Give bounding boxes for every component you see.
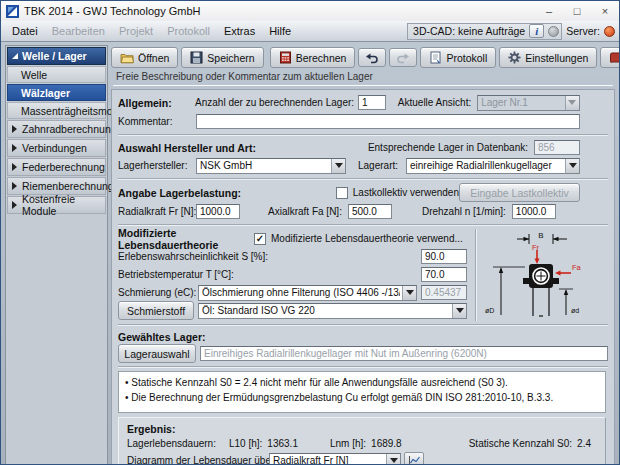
bearing-select-button[interactable]: Lagerauswahl (118, 344, 196, 363)
sidebar-group-federberechnung[interactable]: Federberechnung (7, 158, 106, 176)
sidebar-group-label: Zahnradberechnung (22, 123, 117, 135)
open-label: Öffnen (138, 52, 169, 64)
life-diagram-select-value: Radialkraft Fr [N] (273, 455, 384, 465)
force-fa-label: Fa (572, 263, 582, 272)
help-button[interactable]: Hilfe (600, 47, 620, 68)
menu-extras[interactable]: Extras (217, 23, 262, 39)
chevron-down-icon (386, 454, 400, 465)
free-description-field[interactable]: Freie Beschreibung oder Kommentar zum ak… (113, 71, 613, 86)
survival-input[interactable]: 90.0 (421, 249, 467, 264)
protocol-button[interactable]: Protokoll (420, 47, 496, 68)
sidebar-group-label: Federberechnung (22, 161, 105, 173)
load-collective-checkbox[interactable] (336, 187, 348, 199)
chevron-down-icon (452, 304, 466, 318)
sidebar-group-kostenfreie-module[interactable]: Kostenfreie Module (7, 196, 106, 214)
dim-outer-diameter-label: øD (485, 307, 494, 314)
cad-status-dot (548, 26, 559, 37)
sidebar-group-label: Riemenberechnung (22, 180, 114, 192)
sidebar-item-label: Welle (21, 69, 47, 81)
modlife-checkbox[interactable]: ✓ (254, 233, 266, 245)
redo-button[interactable] (389, 48, 417, 67)
fa-input[interactable]: 500.0 (348, 204, 392, 219)
menu-datei[interactable]: Datei (5, 23, 45, 39)
fr-input[interactable]: 1000.0 (196, 204, 240, 219)
dim-inner-diameter-label: ød (571, 307, 579, 314)
modified-life-section: Modifizierte Lebensdauertheorie ✓ Modifi… (118, 229, 608, 321)
app-window: TBK 2014 - GWJ Technology GmbH – □ × Dat… (0, 0, 620, 465)
module-sidebar: Welle / Lager Welle Wälzlager Massenträg… (5, 45, 108, 465)
menu-bearbeiten: Bearbeiten (45, 23, 112, 39)
menu-bar: Datei Bearbeiten Projekt Protokoll Extra… (1, 21, 619, 42)
section-separator (118, 134, 608, 136)
section-title-gewaehltes-lager: Gewähltes Lager: (118, 331, 206, 343)
maker-select-value: NSK GmbH (200, 160, 329, 171)
server-status-dot (604, 26, 615, 37)
db-label: Entsprechende Lager in Datenbank: (368, 142, 528, 153)
temperature-input[interactable]: 70.0 (421, 267, 467, 282)
show-diagram-button[interactable] (404, 452, 424, 465)
redo-icon (396, 52, 410, 64)
server-label: Server: (566, 25, 600, 37)
sidebar-item-welle[interactable]: Welle (7, 66, 106, 83)
note-line: • Die Berechnung der Ermüdungsgrenzbelas… (125, 390, 599, 405)
force-fr-label: Fr (532, 243, 540, 252)
bearing-select-button-label: Lagerauswahl (124, 348, 189, 360)
ec-value-field: 0.45437 (421, 285, 467, 300)
sidebar-item-massentraegheitsmoment[interactable]: Massenträgheitsmoment (7, 102, 106, 119)
lubrication-label: Schmierung (eC): (118, 287, 198, 298)
comment-input[interactable] (196, 114, 580, 129)
temperature-label: Betriebstemperatur T [°C]: (118, 269, 421, 280)
count-input[interactable]: 1 (358, 95, 386, 110)
db-count-field: 856 (534, 140, 580, 155)
collapsed-triangle-icon (12, 182, 17, 190)
calculate-label: Berechnen (296, 52, 347, 64)
info-icon[interactable]: i (529, 24, 544, 38)
l10-label: L10 [h]: (229, 438, 262, 449)
protocol-label: Protokoll (446, 52, 487, 64)
open-button[interactable]: Öffnen (111, 47, 178, 68)
cad-status-field: 3D-CAD: keine Aufträge i (407, 23, 562, 40)
lnm-value: 1689.8 (371, 438, 402, 449)
maker-label: Lagerhersteller: (118, 160, 196, 171)
results-panel: Ergebnis: Lagerlebensdauern: L10 [h]: 13… (118, 417, 606, 465)
view-label: Aktuelle Ansicht: (398, 97, 471, 108)
load-collective-label: Lastkollektiv verwenden (353, 187, 459, 198)
lubrication-select[interactable]: Ölschmierung ohne Filterung (ISO 4406 -/… (198, 285, 417, 301)
gear-icon (508, 51, 521, 64)
bearing-diagram: B Fr (479, 229, 605, 321)
settings-label: Einstellungen (525, 52, 588, 64)
type-select[interactable]: einreihige Radialrillenkugellager (406, 158, 580, 174)
maker-select[interactable]: NSK GmbH (196, 158, 346, 174)
document-icon (429, 51, 442, 64)
type-select-value: einreihige Radialrillenkugellager (410, 160, 563, 171)
sidebar-group-verbindungen[interactable]: Verbindungen (7, 139, 106, 157)
lubricant-select[interactable]: Öl: Standard ISO VG 220 (198, 303, 467, 319)
sidebar-item-waelzlager[interactable]: Wälzlager (7, 84, 106, 101)
maximize-button[interactable]: □ (563, 1, 591, 21)
comment-label: Kommentar: (118, 116, 196, 127)
settings-button[interactable]: Einstellungen (499, 47, 597, 68)
undo-button[interactable] (358, 48, 386, 67)
lubricant-button[interactable]: Schmierstoff (118, 301, 194, 320)
sidebar-item-label: Wälzlager (21, 87, 70, 99)
minimize-button[interactable]: – (535, 1, 563, 21)
life-diagram-select[interactable]: Radialkraft Fr [N] (269, 453, 401, 465)
l10-value: 1363.1 (267, 438, 298, 449)
app-logo-icon (6, 5, 19, 18)
survival-label: Erlebenswahrscheinlichkeit S [%]: (118, 251, 421, 262)
section-title-modlife: Modifizierte Lebensdauertheorie (118, 227, 254, 251)
lnm-label: Lnm [h]: (330, 438, 366, 449)
save-button[interactable]: Speichern (181, 47, 263, 68)
title-bar: TBK 2014 - GWJ Technology GmbH – □ × (1, 1, 619, 21)
chevron-down-icon (565, 159, 579, 173)
close-button[interactable]: × (591, 1, 619, 21)
selected-bearing-field: Einreihiges Radialrillenkugellager mit N… (200, 346, 608, 361)
calculate-button[interactable]: Berechnen (270, 47, 356, 68)
menu-hilfe[interactable]: Hilfe (262, 23, 298, 39)
calculator-icon (279, 51, 292, 64)
n-input[interactable]: 1000.0 (512, 204, 556, 219)
sidebar-group-welle-lager[interactable]: Welle / Lager (7, 47, 106, 65)
type-label: Lagerart: (358, 160, 406, 171)
sidebar-group-zahnradberechnung[interactable]: Zahnradberechnung (7, 120, 106, 138)
sidebar-group-label: Welle / Lager (22, 50, 87, 62)
